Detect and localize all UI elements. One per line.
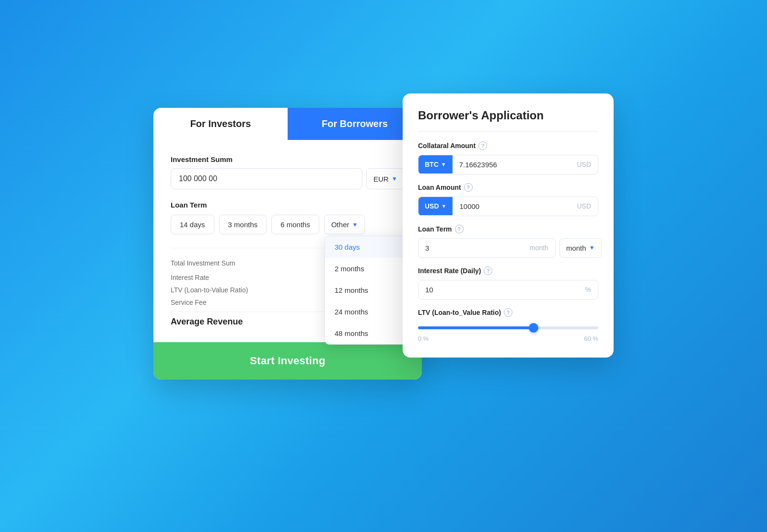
loan-term-unit: month	[523, 239, 555, 257]
interest-rate-input[interactable]	[418, 280, 579, 299]
investment-sum-row: EUR ▼	[171, 168, 405, 189]
stat-total-label: Total Investment Sum	[171, 259, 235, 269]
investor-card: For Investors For Borrowers Investment S…	[153, 108, 422, 380]
loan-term-input-wrap: month	[418, 238, 556, 258]
loan-chevron-icon: ▼	[442, 203, 447, 209]
collateral-input-row: BTC ▼ USD	[418, 155, 598, 174]
ltv-slider-wrap	[418, 323, 598, 331]
interest-rate-suffix: %	[579, 280, 598, 299]
collateral-help-icon[interactable]: ?	[478, 141, 487, 150]
loan-term-select-label: month	[566, 244, 586, 252]
term-other-chevron-icon: ▼	[352, 221, 358, 228]
dropdown-30days[interactable]: 30 days	[325, 236, 410, 258]
collateral-chevron-icon: ▼	[441, 162, 446, 167]
loan-amount-input-row: USD ▼ USD	[418, 197, 598, 216]
tab-investors[interactable]: For Investors	[153, 108, 288, 140]
term-options: 14 days 3 months 6 months Other ▼ 30 day…	[171, 215, 405, 234]
tab-borrowers[interactable]: For Borrowers	[288, 108, 422, 140]
loan-suffix: USD	[570, 197, 598, 215]
tab-bar: For Investors For Borrowers	[153, 108, 422, 140]
collateral-currency-select[interactable]: BTC ▼	[418, 155, 453, 173]
dropdown-24months[interactable]: 24 months	[325, 301, 410, 323]
loan-amount-label-row: Loan Amount ?	[418, 183, 598, 192]
ltv-help-icon[interactable]: ?	[504, 308, 512, 317]
investment-sum-label: Investment Summ	[171, 155, 405, 163]
currency-value: EUR	[373, 175, 389, 183]
loan-term-row: month month ▼	[418, 238, 598, 258]
borrower-title: Borrower's Application	[418, 109, 598, 122]
cards-container: For Investors For Borrowers Investment S…	[153, 93, 614, 439]
collateral-suffix: USD	[570, 155, 598, 173]
investment-sum-input[interactable]	[171, 168, 362, 189]
loan-currency-select[interactable]: USD ▼	[418, 197, 453, 215]
stat-interest-label: Interest Rate	[171, 274, 209, 281]
loan-currency-label: USD	[425, 202, 439, 210]
interest-rate-input-row: %	[418, 280, 598, 300]
loan-value-input[interactable]	[453, 197, 570, 216]
ltv-labels: 0 % 60 %	[418, 335, 598, 342]
loan-term-chevron-icon: ▼	[589, 244, 595, 251]
start-investing-button[interactable]: Start Investing	[153, 342, 422, 380]
currency-select[interactable]: EUR ▼	[366, 168, 405, 189]
loan-term-unit-select[interactable]: month ▼	[559, 238, 602, 258]
borrower-divider	[418, 131, 598, 132]
loan-term-label: Loan Term	[171, 201, 405, 209]
term-other-dropdown[interactable]: Other ▼ 30 days 2 months 12 months 24 mo…	[324, 215, 365, 234]
collateral-label: Collataral Amount	[418, 142, 476, 150]
interest-rate-label-row: Interest Rate (Daily) ?	[418, 266, 598, 275]
collateral-currency-label: BTC	[425, 161, 439, 168]
b-loan-term-label: Loan Term	[418, 225, 452, 233]
ltv-slider[interactable]	[418, 326, 598, 329]
term-6months[interactable]: 6 months	[271, 215, 319, 234]
dropdown-2months[interactable]: 2 months	[325, 258, 410, 279]
term-other-label: Other	[331, 220, 349, 229]
loan-term-number-input[interactable]	[418, 239, 523, 257]
dropdown-48months[interactable]: 48 months	[325, 323, 410, 344]
ltv-min-label: 0 %	[418, 335, 429, 342]
term-14days[interactable]: 14 days	[171, 215, 214, 234]
b-loan-term-help-icon[interactable]: ?	[455, 225, 464, 233]
ltv-max-label: 60 %	[584, 335, 598, 342]
loan-amount-label: Loan Amount	[418, 184, 461, 191]
interest-rate-help-icon[interactable]: ?	[484, 266, 492, 275]
ltv-label-row: LTV (Loan-to_Value Ratio) ?	[418, 308, 598, 317]
stat-service-fee-label: Service Fee	[171, 299, 207, 306]
interest-rate-label: Interest Rate (Daily)	[418, 267, 481, 275]
dropdown-12months[interactable]: 12 months	[325, 279, 410, 301]
currency-chevron-icon: ▼	[392, 175, 397, 182]
dropdown-menu: 30 days 2 months 12 months 24 months 48 …	[325, 236, 411, 345]
avg-revenue-label: Average Revenue	[171, 317, 243, 327]
collateral-label-row: Collataral Amount ?	[418, 141, 598, 150]
investor-body: Investment Summ EUR ▼ Loan Term 14 days …	[153, 140, 422, 335]
stat-ltv-label: LTV (Loan-to-Value Ratio)	[171, 286, 248, 294]
term-3months[interactable]: 3 months	[219, 215, 267, 234]
loan-amount-help-icon[interactable]: ?	[464, 183, 473, 192]
collateral-value-input[interactable]	[453, 155, 570, 174]
borrower-card: Borrower's Application Collataral Amount…	[403, 93, 614, 358]
ltv-label-text: LTV (Loan-to_Value Ratio)	[418, 309, 501, 316]
b-loan-term-label-row: Loan Term ?	[418, 225, 598, 233]
ltv-section: LTV (Loan-to_Value Ratio) ? 0 % 60 %	[418, 308, 598, 342]
